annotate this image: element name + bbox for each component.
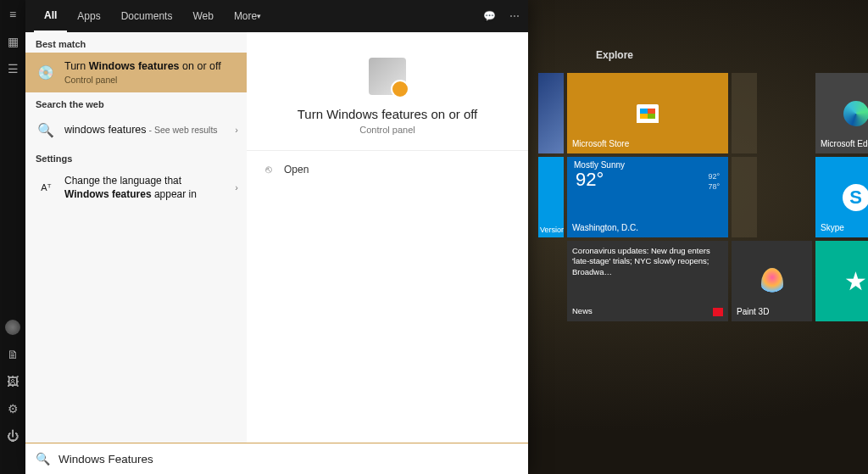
tile-weather[interactable]: Mostly Sunny 92° 92°78° Washington, D.C. (567, 157, 728, 237)
tile-fragment[interactable] (732, 157, 757, 237)
store-icon (637, 104, 659, 123)
settings-icon[interactable]: ⚙ (5, 401, 20, 416)
tile-star[interactable]: ★ (815, 241, 868, 321)
tab-apps[interactable]: Apps (67, 0, 110, 32)
web-suffix: - See web results (147, 125, 218, 135)
search-icon: 🔍 (36, 452, 50, 466)
tile-paint3d[interactable]: Paint 3D (732, 241, 812, 321)
edge-icon (843, 101, 869, 126)
result-web[interactable]: 🔍 windows features - See web results › (25, 113, 247, 147)
star-icon: ★ (815, 241, 868, 321)
tile-fragment[interactable] (732, 73, 757, 153)
tile-label: Paint 3D (737, 307, 807, 316)
control-panel-icon: 💿 (36, 63, 56, 83)
result-detail: Turn Windows features on or off Control … (247, 32, 528, 443)
menu-icon[interactable]: ≡ (5, 7, 20, 22)
tile-label: News (572, 306, 723, 316)
detail-app-icon (369, 58, 406, 95)
feedback-icon[interactable]: 💬 (483, 10, 496, 22)
search-tabs: All Apps Documents Web More 💬 ⋯ (25, 0, 528, 32)
documents-icon[interactable]: 🗎 (5, 347, 20, 362)
tile-news[interactable]: Coronavirus updates: New drug enters 'la… (567, 241, 728, 321)
tab-more[interactable]: More (224, 0, 271, 32)
tile-label: Microsoft Store (572, 139, 723, 148)
open-icon: ⎋ (265, 163, 272, 176)
overflow-icon[interactable]: ⋯ (509, 10, 520, 22)
detail-subtitle: Control panel (264, 125, 511, 135)
tile-microsoft-edge[interactable]: Microsoft Edge (815, 73, 868, 153)
group-label-explore: Explore (596, 49, 860, 61)
detail-title: Turn Windows features on or off (264, 107, 511, 121)
result-subtitle: Control panel (64, 74, 238, 86)
search-input[interactable] (58, 453, 518, 466)
tile-label: Version (540, 226, 564, 234)
grid-icon[interactable]: ▦ (5, 34, 20, 49)
search-panel: All Apps Documents Web More 💬 ⋯ Best mat… (25, 0, 528, 474)
results-list: Best match 💿 Turn Windows features on or… (25, 32, 247, 443)
search-icon: 🔍 (36, 120, 56, 140)
tile-fragment[interactable]: Version (538, 157, 564, 237)
tile-fragment (538, 241, 564, 321)
tile-fragment[interactable] (538, 73, 564, 153)
news-headline: Coronavirus updates: New drug enters 'la… (572, 246, 723, 277)
weather-temp: 92° (576, 169, 604, 191)
user-avatar[interactable] (5, 320, 20, 335)
chevron-right-icon: › (235, 125, 238, 135)
tile-label: Skype (821, 223, 868, 232)
tab-web[interactable]: Web (182, 0, 223, 32)
tile-microsoft-store[interactable]: Microsoft Store (567, 73, 728, 153)
open-label: Open (284, 164, 309, 176)
start-tiles: Explore Microsoft Store Microsoft Edge V… (538, 49, 860, 321)
search-box[interactable]: 🔍 (25, 443, 528, 474)
result-best-match[interactable]: 💿 Turn Windows features on or off Contro… (25, 53, 247, 92)
paint3d-icon (761, 268, 783, 295)
result-setting[interactable]: Aᵀ Change the language that Windows feat… (25, 167, 247, 208)
tab-all[interactable]: All (34, 0, 67, 32)
tile-skype[interactable]: S Skype (815, 157, 868, 237)
section-best-match: Best match (25, 32, 247, 53)
power-icon[interactable]: ⏻ (5, 428, 20, 443)
web-term: windows features (64, 124, 147, 136)
skype-icon: S (843, 184, 869, 211)
result-title: Turn Windows features on or off (64, 59, 238, 74)
start-rail: ≡ ▦ ☰ 🗎 🖼 ⚙ ⏻ (0, 0, 25, 474)
section-settings: Settings (25, 147, 247, 167)
section-search-web: Search the web (25, 92, 247, 113)
tile-label: Microsoft Edge (821, 139, 868, 148)
setting-title: Change the language that Windows feature… (64, 174, 226, 201)
tab-documents[interactable]: Documents (111, 0, 183, 32)
pictures-icon[interactable]: 🖼 (5, 374, 20, 389)
list-icon[interactable]: ☰ (5, 61, 20, 76)
chevron-right-icon: › (235, 182, 238, 192)
weather-location: Washington, D.C. (572, 223, 723, 232)
language-icon: Aᵀ (36, 177, 56, 198)
open-action[interactable]: ⎋ Open (247, 151, 327, 187)
